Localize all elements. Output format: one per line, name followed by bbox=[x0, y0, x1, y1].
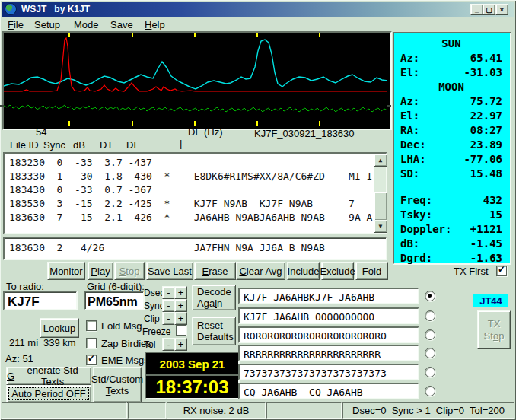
to-radio-input[interactable]: KJ7F bbox=[3, 291, 78, 310]
distance-km: 339 km bbox=[43, 337, 76, 348]
scrollbar-thumb[interactable] bbox=[374, 192, 387, 221]
text-cursor: | bbox=[180, 138, 182, 149]
grid-input[interactable]: PM65nm bbox=[84, 291, 145, 310]
decode-again-button[interactable]: Decode Again bbox=[192, 285, 236, 310]
decoded-scrollbar[interactable]: ▲ ▼ bbox=[374, 154, 386, 233]
menu-mode[interactable]: Mode bbox=[74, 19, 99, 30]
db-row: dB:-1.45 bbox=[400, 237, 502, 251]
time-display: 18:37:03 bbox=[145, 374, 240, 399]
mode-badge: JT44 bbox=[473, 294, 508, 307]
scroll-down-icon[interactable]: ▼ bbox=[374, 220, 387, 233]
distance-miles: 211 mi bbox=[9, 337, 38, 348]
menu-help[interactable]: Help bbox=[145, 19, 165, 30]
tx-message-5-radio[interactable] bbox=[425, 367, 435, 377]
menu-setup[interactable]: Setup bbox=[34, 19, 60, 30]
tx-message-6-field[interactable]: CQ JA6AHB CQ JA6AHB bbox=[238, 383, 419, 399]
clear-avg-button[interactable]: Clear Avg bbox=[236, 262, 285, 280]
dsec-plus-button[interactable]: + bbox=[174, 286, 187, 299]
std-custom-texts-button[interactable]: Std/Custom Texts bbox=[93, 367, 142, 402]
scroll-up-icon[interactable]: ▲ bbox=[374, 154, 387, 167]
trace-cyan bbox=[4, 40, 387, 89]
decoded-line: 183630 7 -15 2.1 -426 * JA6AHB N9ABJA6AH… bbox=[9, 211, 386, 224]
col-sync: Sync bbox=[43, 139, 65, 151]
lookup-button[interactable]: Lookup bbox=[40, 318, 79, 338]
tx-message-2-field[interactable]: KJ7F JA6AHB OOOOOOOOOO bbox=[238, 307, 419, 324]
moon-lha-row: LHA:-77.06 bbox=[400, 152, 502, 167]
axis-ticks bbox=[69, 33, 320, 126]
window-title: WSJT by K1JT bbox=[21, 4, 90, 14]
status-rx-noise: RX noise: 2 dB bbox=[167, 402, 266, 419]
maximize-button[interactable]: ▢ bbox=[483, 4, 495, 15]
menu-file[interactable]: File bbox=[8, 19, 24, 30]
erase-button[interactable]: Erase bbox=[194, 262, 236, 280]
eme-msgs-checkbox[interactable] bbox=[86, 355, 97, 365]
clip-minus-button[interactable]: - bbox=[162, 312, 175, 325]
dsec-minus-button[interactable]: - bbox=[162, 286, 175, 299]
moon-el-row: El:22.97 bbox=[400, 109, 502, 123]
stop-button[interactable]: Stop bbox=[114, 262, 145, 280]
average-text-pane[interactable]: 183630 2 4/26 JA7FHN N9A JJ6A B N9AB bbox=[3, 237, 387, 260]
col-file-id: File ID bbox=[10, 139, 39, 151]
menu-save[interactable]: Save bbox=[110, 19, 133, 30]
status-panel-1 bbox=[2, 402, 127, 419]
spectrum-plot[interactable] bbox=[2, 31, 392, 130]
doppler-row: Doppler:+1121 bbox=[400, 222, 502, 237]
eme-msgs-label: EME Msgs bbox=[101, 355, 149, 366]
play-button[interactable]: Play bbox=[88, 262, 113, 280]
tx-message-3-field[interactable]: RORORORORORORORORORORORO bbox=[238, 326, 419, 343]
wsjt-window: { "window": { "title": "WSJT by K1JT", "… bbox=[0, 0, 516, 420]
left-axis-tick bbox=[0, 105, 4, 107]
tx-message-5-field[interactable]: 737373737373737373737373 bbox=[238, 364, 419, 380]
trace-green bbox=[4, 105, 387, 112]
x-axis-label: DF (Hz) bbox=[188, 126, 223, 138]
generate-std-texts-button[interactable]: Generate Std Texts bbox=[6, 367, 91, 385]
close-button[interactable]: × bbox=[495, 4, 508, 15]
col-df: DF bbox=[126, 139, 139, 151]
tsky-row: Tsky:15 bbox=[400, 208, 502, 222]
moon-ra-row: RA:08:27 bbox=[400, 123, 502, 138]
auto-period-button[interactable]: Auto Period OFF bbox=[6, 385, 91, 402]
tx-message-1-radio[interactable] bbox=[425, 291, 435, 301]
reset-defaults-button[interactable]: Reset Defaults bbox=[192, 317, 236, 345]
sync-minus-button[interactable]: - bbox=[162, 299, 175, 312]
tx-message-4-field[interactable]: RRRRRRRRRRRRRRRRRRRRRRR bbox=[238, 345, 419, 361]
title-bar: WSJT by K1JT bbox=[2, 2, 514, 17]
date-display: 2003 Sep 21 bbox=[145, 352, 240, 376]
tx-first-checkbox[interactable] bbox=[496, 266, 507, 276]
fold-msg-checkbox[interactable] bbox=[86, 320, 97, 331]
fold-button[interactable]: Fold bbox=[355, 262, 388, 280]
zap-birdies-checkbox[interactable] bbox=[86, 338, 97, 348]
trace-red bbox=[4, 38, 387, 91]
clip-plus-button[interactable]: + bbox=[174, 312, 187, 325]
tx-message-6-radio[interactable] bbox=[425, 386, 435, 396]
decoded-line: 183430 0 -33 0.7 -367 bbox=[9, 183, 386, 197]
freeze-label: Freeze bbox=[142, 326, 170, 337]
tx-stop-button[interactable]: TX Stop bbox=[477, 310, 511, 349]
decoded-text-pane[interactable]: 183230 0 -33 3.7 -437 183330 1 -30 1.8 -… bbox=[3, 152, 387, 234]
minimize-button[interactable]: _ bbox=[470, 4, 483, 15]
monitor-button[interactable]: Monitor bbox=[47, 262, 85, 280]
tx-message-4-radio[interactable] bbox=[425, 348, 435, 358]
freq-row: Freq:432 bbox=[400, 193, 502, 208]
tol-plus-button[interactable]: + bbox=[174, 338, 187, 351]
tx-message-1-field[interactable]: KJ7F JA6AHBKJ7F JA6AHB bbox=[238, 288, 419, 304]
azimuth-label: Az: 51 bbox=[5, 353, 33, 364]
status-decode-params: Dsec=0 Sync > 1 Clip=0 Tol=200 bbox=[342, 402, 514, 419]
moon-dec-row: Dec:23.89 bbox=[400, 138, 502, 152]
moon-sd-row: SD:15.48 bbox=[400, 167, 502, 181]
x-start-label: 54 bbox=[36, 126, 46, 138]
tx-message-3-radio[interactable] bbox=[425, 329, 435, 340]
col-dt: DT bbox=[100, 139, 113, 151]
sun-header: SUN bbox=[400, 37, 502, 51]
sync-plus-button[interactable]: + bbox=[174, 299, 187, 312]
tol-minus-button[interactable]: - bbox=[162, 338, 175, 351]
tx-message-2-radio[interactable] bbox=[425, 310, 435, 321]
include-button[interactable]: Include bbox=[287, 262, 320, 280]
menu-bar: File Setup Mode Save Help bbox=[2, 17, 514, 31]
right-axis-tick bbox=[387, 105, 391, 107]
sun-az-row: Az:65.41 bbox=[400, 51, 502, 65]
save-last-button[interactable]: Save Last bbox=[146, 262, 193, 280]
app-globe-icon bbox=[5, 3, 17, 15]
exclude-button[interactable]: Exclude bbox=[321, 262, 354, 280]
freeze-checkbox[interactable] bbox=[176, 325, 186, 336]
